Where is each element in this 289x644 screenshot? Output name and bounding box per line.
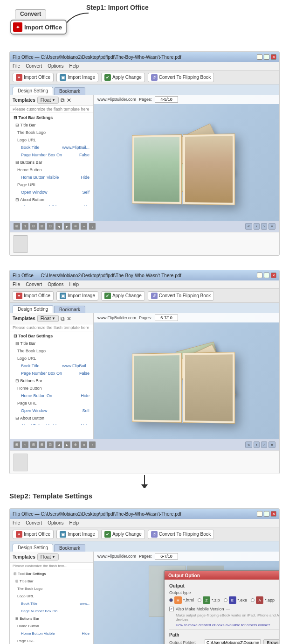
- menu-options-2[interactable]: Options: [48, 282, 63, 287]
- import-image-btn-2[interactable]: ▣ Import Image: [56, 291, 98, 301]
- thumb-1[interactable]: [14, 235, 28, 253]
- menu-file-2[interactable]: File: [13, 282, 20, 287]
- browse-btn[interactable]: Browse...: [263, 639, 279, 644]
- close-btn-2[interactable]: ✕: [271, 273, 276, 278]
- ctrl-icon-9[interactable]: ≡: [81, 223, 87, 230]
- ctrl-2-8[interactable]: ⊛: [72, 441, 79, 448]
- ctrl-icon-10[interactable]: ↕: [89, 223, 96, 230]
- icon-copy-1[interactable]: ⧉: [61, 97, 65, 104]
- nav-first-2[interactable]: «: [245, 441, 252, 448]
- nav-next-2[interactable]: ›: [261, 441, 267, 448]
- ctrl-2-10[interactable]: ↕: [89, 441, 96, 448]
- convert-icon-3: ↺: [151, 531, 158, 538]
- tree2-buttons-bar: ⊟ Buttons Bar: [10, 377, 93, 385]
- tab-design-3[interactable]: Design Setting: [13, 544, 53, 552]
- tab-bookmark[interactable]: Bookmark: [54, 87, 85, 95]
- ctrl-icon-1[interactable]: ⊞: [14, 223, 20, 230]
- nav-icons-2: « ‹ › »: [245, 441, 275, 448]
- apply-change-btn-3[interactable]: ✔ Apply Change: [101, 530, 145, 539]
- type-html[interactable]: H *.html: [169, 596, 194, 604]
- type-zip[interactable]: Z *.zip: [198, 596, 220, 604]
- menu-help-2[interactable]: Help: [69, 282, 79, 287]
- float-btn-1[interactable]: Float ▼: [37, 97, 59, 104]
- type-exe[interactable]: E *.exe: [224, 596, 248, 604]
- mobile-checkbox[interactable]: ✔: [169, 607, 174, 611]
- apply-change-btn[interactable]: ✔ Apply Change: [101, 73, 145, 82]
- maximize-btn[interactable]: [264, 54, 269, 60]
- menu-help-3[interactable]: Help: [69, 520, 79, 525]
- menu-convert[interactable]: Convert: [26, 63, 42, 69]
- thumb-2[interactable]: [14, 454, 28, 471]
- ctrl-icon-2[interactable]: ?: [22, 223, 28, 230]
- ctrl-2-5[interactable]: ⊡: [47, 441, 54, 448]
- maximize-btn-3[interactable]: [264, 511, 269, 517]
- menu-options[interactable]: Options: [48, 63, 63, 69]
- minimize-btn-3[interactable]: [257, 511, 262, 517]
- ctrl-icon-5[interactable]: ⊡: [47, 223, 54, 230]
- ctrl-2-1[interactable]: ⊞: [14, 441, 20, 448]
- nav-prev[interactable]: ‹: [254, 223, 260, 230]
- radio-html[interactable]: [169, 598, 173, 602]
- icon-copy-2[interactable]: ⧉: [61, 315, 65, 322]
- close-btn-3[interactable]: ✕: [271, 511, 276, 517]
- mobile-link[interactable]: How to make created eBooks available for…: [169, 623, 279, 627]
- nav-first[interactable]: «: [245, 223, 252, 230]
- window-controls-2: ✕: [257, 273, 276, 278]
- pages-input-2[interactable]: [155, 315, 178, 321]
- ctrl-icon-8[interactable]: ⊛: [72, 223, 79, 230]
- tab-bookmark-3[interactable]: Bookmark: [54, 544, 85, 552]
- radio-app[interactable]: [251, 598, 255, 602]
- type-app[interactable]: A *.app: [251, 596, 275, 604]
- convert-tab[interactable]: Convert: [15, 9, 46, 19]
- menu-file[interactable]: File: [13, 63, 20, 69]
- output-folder-input[interactable]: [205, 639, 261, 644]
- import-office-btn[interactable]: ✦ Import Office: [13, 73, 54, 82]
- convert-to-flip-btn[interactable]: ↺ Convert To Flipping Book: [148, 73, 214, 82]
- tree2-page-number: Page Number Box OnFalse: [10, 370, 93, 377]
- icon-delete-2[interactable]: ✕: [67, 315, 71, 322]
- tree3-purl: Page URL: [10, 637, 93, 644]
- ctrl-2-7[interactable]: ►: [64, 441, 70, 448]
- ctrl-icon-3[interactable]: ⊟: [30, 223, 37, 230]
- maximize-btn-2[interactable]: [264, 273, 269, 278]
- tab-design-setting-2[interactable]: Design Setting: [13, 305, 53, 313]
- tab-bookmark-2[interactable]: Bookmark: [54, 306, 85, 313]
- pages-input-3[interactable]: [155, 553, 178, 560]
- import-image-btn-3[interactable]: ▣ Import Image: [56, 530, 98, 539]
- radio-zip[interactable]: [198, 598, 201, 602]
- apply-change-btn-2[interactable]: ✔ Apply Change: [101, 291, 145, 301]
- menu-convert-3[interactable]: Convert: [26, 520, 42, 525]
- ctrl-2-2[interactable]: ?: [22, 441, 28, 448]
- tab-design-setting[interactable]: Design Setting: [13, 87, 53, 95]
- float-btn-3[interactable]: Float ▼: [37, 553, 59, 560]
- nav-last[interactable]: »: [268, 223, 275, 230]
- menu-convert-2[interactable]: Convert: [26, 282, 42, 287]
- convert-to-flip-btn-3[interactable]: ↺ Convert To Flipping Book: [148, 530, 214, 539]
- ctrl-icon-4[interactable]: ⊞: [39, 223, 45, 230]
- ctrl-2-6[interactable]: ◄: [55, 441, 62, 448]
- convert-to-flip-btn-2[interactable]: ↺ Convert To Flipping Book: [148, 291, 214, 301]
- ctrl-2-9[interactable]: ≡: [81, 441, 87, 448]
- book-spread-area: [121, 120, 252, 204]
- nav-prev-2[interactable]: ‹: [254, 441, 260, 448]
- minimize-btn-2[interactable]: [257, 273, 262, 278]
- ctrl-icon-6[interactable]: ◄: [55, 223, 62, 230]
- apply-icon-2: ✔: [104, 293, 111, 299]
- ctrl-2-4[interactable]: ⊞: [39, 441, 45, 448]
- nav-next[interactable]: ›: [261, 223, 267, 230]
- ctrl-2-3[interactable]: ⊟: [30, 441, 37, 448]
- ctrl-icon-7[interactable]: ►: [64, 223, 70, 230]
- nav-last-2[interactable]: »: [268, 441, 275, 448]
- close-btn[interactable]: ✕: [271, 54, 276, 60]
- icon-delete-1[interactable]: ✕: [67, 97, 71, 104]
- pages-input-1[interactable]: [155, 96, 178, 103]
- float-btn-2[interactable]: Float ▼: [37, 315, 59, 322]
- menu-file-3[interactable]: File: [13, 520, 20, 525]
- import-office-btn-3[interactable]: ✦ Import Office: [13, 530, 54, 539]
- menu-options-3[interactable]: Options: [48, 520, 63, 525]
- import-office-btn-2[interactable]: ✦ Import Office: [13, 291, 54, 301]
- minimize-btn[interactable]: [257, 54, 262, 60]
- menu-help[interactable]: Help: [69, 63, 79, 69]
- radio-exe[interactable]: [224, 598, 227, 602]
- import-image-btn[interactable]: ▣ Import Image: [56, 73, 98, 82]
